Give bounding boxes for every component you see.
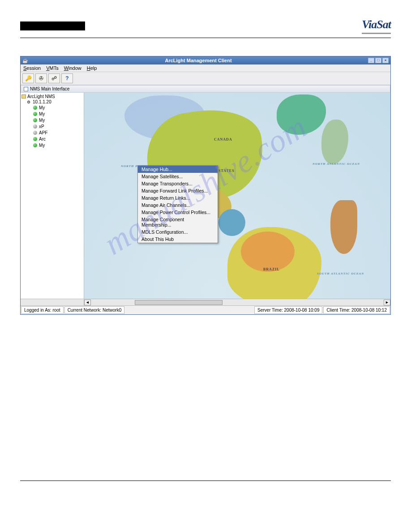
tree-pane[interactable]: ArcLight NMS ⚙ 10.1.1.20 My My My xP APF… <box>21 93 84 299</box>
scroll-track[interactable] <box>91 300 384 305</box>
horizontal-scrollbar[interactable]: ◄ ► <box>21 299 390 305</box>
tree-item[interactable]: My <box>21 117 83 123</box>
menu-window[interactable]: Window <box>64 65 81 71</box>
tree-item-label: xP <box>39 124 44 129</box>
tree-ip-node[interactable]: ⚙ 10.1.1.20 <box>21 99 83 104</box>
tree-item-label: APF <box>39 130 47 135</box>
tree-item-label: My <box>39 143 45 148</box>
java-cup-icon: ☕ <box>22 58 29 63</box>
map-label-canada: CANADA <box>214 137 232 142</box>
header-rule <box>20 38 391 38</box>
statusbar: Logged in As: root Current Network: Netw… <box>21 305 390 314</box>
menu-item-manage-power-control[interactable]: Manage Power Control Profiles... <box>138 209 218 216</box>
tree-item[interactable]: My <box>21 104 83 111</box>
tree-item[interactable]: My <box>21 142 83 148</box>
panel-title-text: NMS Main Interface <box>30 86 69 91</box>
scroll-left-button[interactable]: ◄ <box>84 300 91 305</box>
window-title: ArcLight Management Client <box>29 58 368 63</box>
menu-item-manage-return-links[interactable]: Manage Return Links... <box>138 194 218 202</box>
status-server-time: Server Time: 2008-10-08 10:09 <box>254 306 322 314</box>
window-titlebar[interactable]: ☕ ArcLight Management Client _ □ × <box>21 56 390 64</box>
tree-item-label: My <box>39 112 45 116</box>
land-south-america-north <box>241 232 295 272</box>
menubar: Session VMTs Window Help <box>21 64 390 72</box>
screenshot-figure: ☕ ArcLight Management Client _ □ × Sessi… <box>20 56 391 315</box>
panel-title: NMS Main Interface <box>21 85 390 93</box>
minimize-button[interactable]: _ <box>368 58 374 63</box>
menu-item-manage-forward-link[interactable]: Manage Forward Link Profiles... <box>138 187 218 194</box>
tree-item-label: My <box>39 118 45 123</box>
status-current-network: Current Network: Network0 <box>64 306 125 314</box>
status-orb-icon <box>33 118 37 122</box>
map-label-south-atlantic: SOUTH ATLANTIC OCEAN <box>317 272 364 275</box>
menu-item-about-this-hub[interactable]: About This Hub <box>138 236 218 243</box>
tree-item[interactable]: My <box>21 111 83 117</box>
tree-item[interactable]: xP <box>21 123 83 129</box>
menu-item-manage-satellites[interactable]: Manage Satellites... <box>138 173 218 180</box>
map-pane[interactable]: CANADA UNITED STATES BRAZIL NORTH PACIFI… <box>84 93 390 299</box>
document-icon <box>24 87 28 91</box>
status-orb-icon <box>33 131 37 135</box>
land-africa <box>330 200 357 254</box>
footer-rule <box>20 481 391 481</box>
tree-ip-label: 10.1.1.20 <box>33 99 51 104</box>
tree-root[interactable]: ArcLight NMS <box>21 94 83 99</box>
map-label-north-atlantic: NORTH ATLANTIC OCEAN <box>313 162 360 166</box>
tree-item[interactable]: APF <box>21 129 83 136</box>
status-orb-icon <box>33 137 37 141</box>
menu-item-mdls-configuration[interactable]: MDLS Configuration... <box>138 228 218 236</box>
tree-item[interactable]: Arc <box>21 136 83 142</box>
toolbar-button-help[interactable]: ? <box>61 73 73 83</box>
tree-item-label: Arc <box>39 137 46 142</box>
tree-root-label: ArcLight NMS <box>27 94 55 99</box>
menu-item-manage-air-channels[interactable]: Manage Air Channels... <box>138 202 218 209</box>
redacted-box <box>20 21 85 30</box>
toolbar: 🔑 ✇ ☍ ? <box>21 72 390 85</box>
viasat-logo: ViaSat <box>362 18 391 34</box>
land-central-america <box>218 209 245 236</box>
toolbar-button-2[interactable]: ✇ <box>35 73 47 83</box>
map-label-brazil: BRAZIL <box>263 267 280 271</box>
status-orb-icon <box>33 106 37 110</box>
scroll-thumb[interactable] <box>135 300 223 305</box>
status-client-time: Client Time: 2008-10-08 10:12 <box>323 306 390 314</box>
status-orb-icon <box>33 124 37 129</box>
menu-item-manage-transponders[interactable]: Manage Transponders... <box>138 180 218 187</box>
context-menu[interactable]: Manage Hub... Manage Satellites... Manag… <box>137 165 218 243</box>
toolbar-button-3[interactable]: ☍ <box>48 73 60 83</box>
maximize-button[interactable]: □ <box>375 58 381 63</box>
menu-help[interactable]: Help <box>87 65 97 71</box>
menu-item-manage-hub[interactable]: Manage Hub... <box>138 166 218 173</box>
menu-session[interactable]: Session <box>23 65 41 71</box>
tree-item-label: My <box>39 105 45 110</box>
close-button[interactable]: × <box>382 58 389 63</box>
menu-item-manage-component-membership[interactable]: Manage Component Membership... <box>138 216 218 228</box>
status-logged-in: Logged in As: root <box>21 306 64 314</box>
folder-icon <box>21 94 26 99</box>
status-orb-icon <box>33 143 37 147</box>
network-icon: ⚙ <box>27 100 31 104</box>
toolbar-button-1[interactable]: 🔑 <box>22 73 34 83</box>
page-header: ViaSat <box>20 18 391 34</box>
status-orb-icon <box>33 112 37 116</box>
menu-vmts[interactable]: VMTs <box>46 65 59 71</box>
scroll-right-button[interactable]: ► <box>384 300 390 305</box>
